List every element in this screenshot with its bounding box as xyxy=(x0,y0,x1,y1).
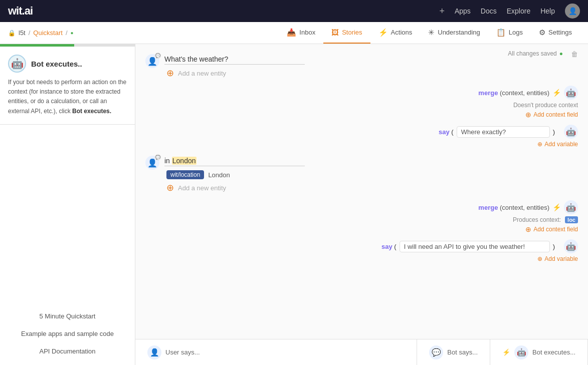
bottom-bar: 👤 User says... 💬 Bot says... ⚡ 🤖 Bot exe… xyxy=(135,339,588,365)
say-func-name-2: say xyxy=(381,243,393,250)
user-badge-2: 💬 xyxy=(155,154,161,160)
avatar[interactable]: 👤 xyxy=(565,4,580,19)
add-variable-btn-2[interactable]: ⊕ Add variable xyxy=(165,255,578,262)
bot-icon-say-2: 🤖 xyxy=(564,239,578,253)
status-dot: ● xyxy=(71,30,74,36)
add-variable-btn-1[interactable]: ⊕ Add variable xyxy=(165,141,578,148)
context-info-1: Doesn't produce context xyxy=(165,102,578,109)
stories-icon: 🖼 xyxy=(331,28,339,37)
context-info-2: Produces context: loc xyxy=(165,216,578,223)
sub-nav: 🔒 l5t / Quickstart / ● 📥 Inbox 🖼 Stories… xyxy=(0,22,588,44)
tab-stories-label: Stories xyxy=(342,29,362,36)
user-icon-1: 👤 💬 xyxy=(145,54,159,68)
understanding-icon: ✳ xyxy=(428,28,435,37)
say-func-name-1: say xyxy=(439,128,450,136)
lightning-btn-1[interactable]: ⚡ xyxy=(552,89,561,97)
say-input-2[interactable] xyxy=(400,241,550,252)
trash-icon[interactable]: 🗑 xyxy=(571,50,578,58)
breadcrumb-sep1: / xyxy=(29,29,31,37)
add-entity-label-1[interactable]: Add a new entity xyxy=(178,70,226,77)
bot-executes-btn[interactable]: ⚡ 🤖 Bot executes... xyxy=(490,339,588,365)
bot-says-btn[interactable]: 💬 Bot says... xyxy=(417,339,490,365)
entity-tag-2[interactable]: wit/location xyxy=(166,170,204,179)
tab-understanding-label: Understanding xyxy=(438,29,480,36)
entity-row-2: wit/location London xyxy=(164,170,578,179)
add-context-btn-2[interactable]: ⊕ Add context field xyxy=(165,225,578,233)
merge-func-2: merge (context, entities) xyxy=(478,204,549,211)
bot-executes-title: Bot executes.. xyxy=(31,60,82,68)
highlighted-london: London xyxy=(172,157,197,165)
tab-actions[interactable]: ⚡ Actions xyxy=(370,22,421,44)
add-entity-label-2[interactable]: Add a new entity xyxy=(178,184,226,192)
user-input-line-2: in London wit/location London ⊕ Add a ne… xyxy=(164,156,578,192)
docs-link[interactable]: Docs xyxy=(481,7,497,15)
user-input-line-1: ⊕ Add a new entity xyxy=(164,54,578,78)
user-text-display-2: in London xyxy=(164,156,305,166)
add-entity-btn-1[interactable]: ⊕ xyxy=(166,69,174,78)
add-variable-label-2[interactable]: Add variable xyxy=(544,255,578,262)
lightning-btn-2[interactable]: ⚡ xyxy=(552,203,561,211)
sidebar-link-quickstart[interactable]: 5 Minute Quickstart xyxy=(0,307,135,325)
add-variable-label-1[interactable]: Add variable xyxy=(544,141,578,148)
user-says-icon: 👤 xyxy=(147,345,161,359)
progress-bar-container xyxy=(0,44,135,47)
user-text-input-1[interactable] xyxy=(164,54,305,65)
merge-func-name-2: merge xyxy=(478,204,498,211)
add-var-plus-1: ⊕ xyxy=(537,141,542,148)
sidebar-link-examples[interactable]: Example apps and sample code xyxy=(0,325,135,342)
no-context-text: Doesn't produce context xyxy=(513,102,578,109)
main-content: All changes saved ● 🗑 👤 💬 ⊕ Add a new en… xyxy=(135,44,588,365)
tab-inbox-label: Inbox xyxy=(299,29,315,36)
top-nav: wit.ai + Apps Docs Explore Help 👤 xyxy=(0,0,588,22)
tab-logs-label: Logs xyxy=(509,29,523,36)
say-paren-close-1: ) xyxy=(553,128,555,136)
progress-bar xyxy=(0,44,74,47)
logs-icon: 📋 xyxy=(496,28,506,37)
app-name[interactable]: l5t xyxy=(19,29,26,37)
breadcrumb-sep2: / xyxy=(66,29,68,37)
bot-says-label: Bot says... xyxy=(447,348,478,356)
inbox-icon: 📥 xyxy=(287,28,296,37)
bot-icon-say-1: 🤖 xyxy=(564,125,578,139)
say-input-1[interactable] xyxy=(457,126,550,138)
actions-icon: ⚡ xyxy=(378,28,388,37)
add-context-label-2[interactable]: Add context field xyxy=(533,226,578,233)
settings-icon: ⚙ xyxy=(539,28,545,37)
tab-inbox[interactable]: 📥 Inbox xyxy=(279,22,323,44)
merge-line-2: merge (context, entities) ⚡ 🤖 xyxy=(165,200,578,214)
tab-logs[interactable]: 📋 Logs xyxy=(488,22,531,44)
bot-executes-lightning: ⚡ xyxy=(502,348,510,356)
sidebar-link-api[interactable]: API Documentation xyxy=(0,342,135,360)
say-paren-open-1: ( xyxy=(451,128,453,136)
merge-func-1: merge (context, entities) xyxy=(478,89,549,97)
add-context-plus-1: ⊕ xyxy=(525,111,531,119)
tab-stories[interactable]: 🖼 Stories xyxy=(323,22,370,44)
save-status: All changes saved ● xyxy=(508,50,563,57)
bot-action-area-1: merge (context, entities) ⚡ 🤖 Doesn't pr… xyxy=(165,86,578,148)
entity-row-1: ⊕ Add a new entity xyxy=(164,69,578,78)
tab-settings[interactable]: ⚙ Settings xyxy=(531,22,580,44)
add-context-label-1[interactable]: Add context field xyxy=(533,111,578,118)
nav-tabs: 📥 Inbox 🖼 Stories ⚡ Actions ✳ Understand… xyxy=(279,22,580,44)
context-badge: loc xyxy=(565,216,578,223)
tab-understanding[interactable]: ✳ Understanding xyxy=(420,22,488,44)
add-icon[interactable]: + xyxy=(439,6,445,17)
say-paren-close-2: ) xyxy=(553,243,555,250)
add-context-plus-2: ⊕ xyxy=(525,225,531,233)
merge-line-1: merge (context, entities) ⚡ 🤖 xyxy=(165,86,578,100)
help-link[interactable]: Help xyxy=(540,7,555,15)
explore-link[interactable]: Explore xyxy=(507,7,530,15)
bot-icon-1: 🤖 xyxy=(564,86,578,100)
say-line-2: say ( ) 🤖 xyxy=(165,239,578,253)
user-says-btn[interactable]: 👤 User says... xyxy=(135,339,417,365)
user-turn-2: 👤 💬 in London wit/location London ⊕ Add … xyxy=(145,156,578,192)
say-paren-open-2: ( xyxy=(394,243,396,250)
say-func-1: say ( xyxy=(439,128,454,136)
merge-func-name-1: merge xyxy=(478,89,498,97)
bot-executes-label: Bot executes... xyxy=(532,348,575,356)
apps-link[interactable]: Apps xyxy=(455,7,471,15)
add-context-btn-1[interactable]: ⊕ Add context field xyxy=(165,111,578,119)
produces-context-text: Produces context: xyxy=(513,216,561,223)
add-entity-btn-2[interactable]: ⊕ xyxy=(166,183,174,192)
story-name[interactable]: Quickstart xyxy=(33,29,63,37)
